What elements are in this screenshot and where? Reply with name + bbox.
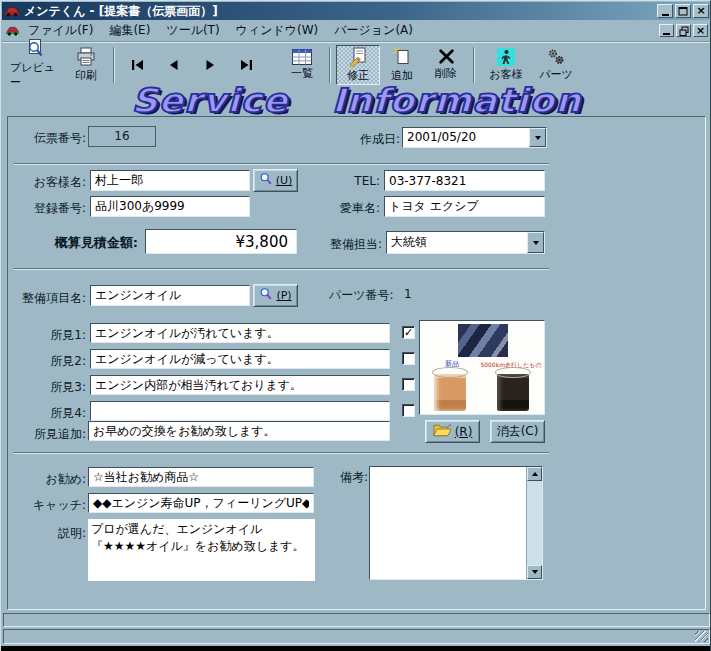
- toolbar-separator: [473, 47, 475, 83]
- registration-number-input[interactable]: [90, 196, 250, 217]
- parts-button[interactable]: パーツ: [532, 45, 580, 85]
- menu-edit[interactable]: 編集(E): [101, 20, 158, 41]
- slip-number-field: 16: [88, 126, 156, 147]
- finding-3-checkbox[interactable]: [402, 378, 415, 391]
- finding-4-label: 所見4:: [44, 405, 86, 422]
- minimize-icon: [662, 14, 669, 16]
- toolbar: プレビュー 印刷 一覧: [2, 43, 711, 86]
- separator-line: [14, 163, 549, 165]
- finding-3-input[interactable]: [90, 375, 390, 395]
- finding-extra-label: 所見追加:: [22, 426, 86, 443]
- customer-button[interactable]: お客様: [480, 45, 532, 85]
- parts-number-value: 1: [404, 287, 412, 301]
- toolbar-separator: [113, 47, 115, 83]
- print-button[interactable]: 印刷: [64, 45, 108, 85]
- created-date-value: 2001/05/20: [403, 128, 529, 147]
- created-date-label: 作成日:: [338, 131, 400, 148]
- finding-1-input[interactable]: [90, 323, 390, 343]
- table-grid-icon: [292, 49, 312, 65]
- mechanic-dropdown-button[interactable]: [527, 232, 544, 253]
- delete-button[interactable]: 削除: [424, 45, 468, 85]
- mechanic-label: 整備担当:: [320, 236, 382, 253]
- description-textarea[interactable]: [88, 519, 315, 581]
- created-date-dropdown-button[interactable]: [529, 128, 546, 147]
- x-icon: [438, 48, 455, 65]
- printer-icon: [76, 47, 96, 67]
- customer-search-key: (U): [276, 174, 293, 187]
- list-button[interactable]: 一覧: [280, 45, 324, 85]
- maximize-button[interactable]: [675, 4, 691, 18]
- customer-label: お客様: [489, 67, 522, 82]
- car-name-label: 愛車名:: [334, 200, 380, 217]
- menu-window[interactable]: ウィンドウ(W): [228, 20, 327, 41]
- finding-1-checkbox[interactable]: [402, 326, 415, 339]
- finding-2-input[interactable]: [90, 349, 390, 369]
- preview-button[interactable]: プレビュー: [6, 45, 64, 85]
- open-image-button[interactable]: (R): [425, 420, 480, 443]
- previous-record-button[interactable]: [156, 45, 192, 85]
- estimate-amount-input[interactable]: [145, 229, 297, 254]
- child-close-button[interactable]: ×: [693, 24, 708, 37]
- child-restore-button[interactable]: [676, 24, 691, 37]
- remarks-textarea[interactable]: [370, 467, 526, 579]
- remarks-label: 備考:: [332, 469, 368, 486]
- banner-text: Service Information: [131, 84, 581, 117]
- finding-extra-input[interactable]: [88, 421, 390, 441]
- app-window: メンテくん - [提案書（伝票画面）] × ファイル(F) 編集(E) ツール(…: [0, 0, 711, 651]
- engine-parts-photo: [458, 324, 508, 357]
- magnifier-icon: [259, 287, 273, 304]
- magnifier-icon: [259, 172, 273, 189]
- minimize-button[interactable]: [657, 4, 673, 18]
- tel-input[interactable]: [384, 170, 545, 191]
- finding-4-checkbox[interactable]: [402, 404, 415, 417]
- window-title: メンテくん - [提案書（伝票画面）]: [24, 3, 657, 20]
- down-arrow-icon: [532, 570, 538, 577]
- service-item-input[interactable]: [90, 285, 250, 306]
- scroll-down-button[interactable]: [527, 565, 542, 579]
- up-arrow-icon: [532, 469, 538, 476]
- mechanic-combo[interactable]: 大統領: [386, 231, 545, 254]
- clear-image-button[interactable]: 消去(C): [490, 420, 545, 443]
- finding-2-checkbox[interactable]: [402, 352, 415, 365]
- resize-grip[interactable]: [695, 631, 708, 642]
- title-bar: メンテくん - [提案書（伝票画面）] ×: [2, 2, 711, 20]
- menu-file[interactable]: ファイル(F): [20, 20, 101, 41]
- child-minimize-button[interactable]: [659, 24, 674, 37]
- slip-number-label: 伝票番号:: [20, 130, 86, 147]
- created-date-combo[interactable]: 2001/05/20: [402, 127, 547, 148]
- customer-search-button[interactable]: (U): [253, 169, 298, 192]
- service-item-label: 整備項目名:: [12, 290, 86, 307]
- finding-4-input[interactable]: [90, 401, 390, 421]
- toolbar-separator: [329, 47, 331, 83]
- form-panel: 伝票番号: 16 作成日: 2001/05/20 お客様名: (U) TEL: …: [7, 116, 706, 610]
- customer-name-label: お客様名:: [20, 174, 86, 191]
- separator-line: [14, 268, 549, 270]
- remarks-scrollbar[interactable]: [526, 467, 542, 579]
- description-label: 説明:: [50, 525, 86, 542]
- tel-label: TEL:: [338, 174, 380, 188]
- last-record-button[interactable]: [228, 45, 264, 85]
- next-record-button[interactable]: [192, 45, 228, 85]
- catch-input[interactable]: [88, 493, 314, 513]
- recommend-input[interactable]: [88, 467, 314, 487]
- car-name-input[interactable]: [384, 196, 545, 217]
- child-window-car-icon[interactable]: [5, 25, 20, 36]
- child-close-icon: ×: [696, 26, 705, 36]
- menu-tools[interactable]: ツール(T): [158, 20, 227, 41]
- add-button[interactable]: 追加: [380, 45, 424, 85]
- menu-version[interactable]: バージョン(A): [326, 20, 421, 41]
- customer-name-input[interactable]: [90, 170, 250, 191]
- document-pencil-icon: [348, 47, 368, 67]
- close-button[interactable]: ×: [693, 4, 709, 18]
- open-folder-icon: [433, 423, 452, 440]
- estimate-amount-label: 概算見積金額:: [26, 234, 138, 252]
- service-item-search-button[interactable]: (P): [253, 284, 298, 307]
- scroll-up-button[interactable]: [527, 467, 542, 481]
- first-record-button[interactable]: [120, 45, 156, 85]
- modify-button[interactable]: 修正: [336, 45, 380, 85]
- gears-icon: [547, 48, 565, 66]
- photo-panel: 新品 5000km走行したもの: [419, 320, 545, 415]
- recommend-label: お勧め:: [36, 471, 86, 488]
- new-document-icon: [392, 47, 412, 67]
- document-magnifier-icon: [25, 39, 45, 59]
